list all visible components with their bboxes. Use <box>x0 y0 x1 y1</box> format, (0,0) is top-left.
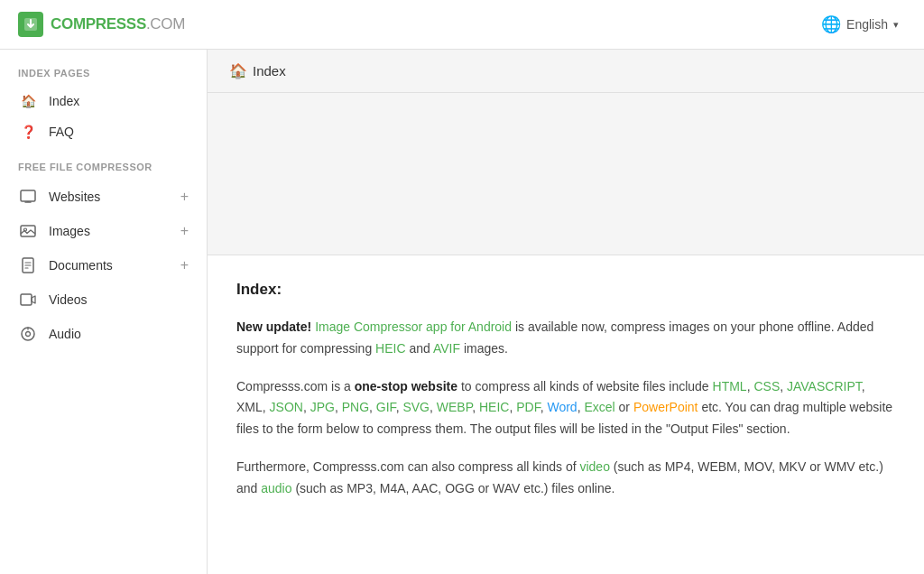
sidebar-section-tools-label: FREE FILE COMPRESSOR <box>0 162 207 180</box>
json-link[interactable]: JSON <box>270 400 303 414</box>
gif-link[interactable]: GIF <box>376 400 396 414</box>
sidebar-item-faq[interactable]: ❓ FAQ <box>0 116 207 147</box>
images-icon <box>18 222 38 240</box>
content-title: Index: <box>236 281 895 299</box>
content-area: Index: New update! Image Compressor app … <box>208 255 924 574</box>
drop-zone[interactable] <box>208 93 924 255</box>
one-stop-label: one-stop website <box>355 379 457 393</box>
svg-point-7 <box>26 332 31 337</box>
js-link[interactable]: JAVASCRIPT <box>787 379 862 393</box>
heic-link[interactable]: HEIC <box>375 341 405 356</box>
sidebar-item-documents[interactable]: Documents + <box>0 248 207 282</box>
expand-icon: + <box>180 223 189 239</box>
heic2-link[interactable]: HEIC <box>479 400 509 414</box>
home-icon: 🏠 <box>18 94 38 108</box>
pdf-link[interactable]: PDF <box>516 400 540 414</box>
svg-rect-5 <box>21 294 32 305</box>
css-link[interactable]: CSS <box>753 379 780 393</box>
excel-link[interactable]: Excel <box>584 400 614 414</box>
sidebar-section-index-label: INDEX PAGES <box>0 68 207 86</box>
content-para-1: New update! Image Compressor app for And… <box>236 317 895 360</box>
main-layout: INDEX PAGES 🏠 Index ❓ FAQ FREE FILE COMP… <box>0 50 924 574</box>
audio-icon <box>18 325 38 343</box>
documents-icon <box>18 256 38 274</box>
sidebar: INDEX PAGES 🏠 Index ❓ FAQ FREE FILE COMP… <box>0 50 208 574</box>
faq-icon: ❓ <box>18 125 38 139</box>
svg-rect-2 <box>21 226 35 236</box>
jpg-link[interactable]: JPG <box>310 400 335 414</box>
videos-icon <box>18 291 38 309</box>
content-para-2: Compresss.com is a one-stop website to c… <box>236 376 895 440</box>
svg-rect-1 <box>21 190 35 201</box>
logo-text: COMPRESSS.COM <box>51 15 185 33</box>
expand-icon: + <box>180 189 189 205</box>
expand-icon: + <box>180 257 189 273</box>
content-para-3: Furthermore, Compresss.com can also comp… <box>236 457 895 500</box>
right-panel: 🏠 Index Index: New update! Image Compres… <box>208 50 924 574</box>
sidebar-item-label: Index <box>49 94 79 108</box>
language-label: English <box>846 17 888 32</box>
sidebar-item-label: Audio <box>49 327 81 341</box>
sidebar-item-label: Videos <box>49 292 88 307</box>
android-app-link[interactable]: Image Compressor app for Android <box>315 319 512 334</box>
ppt-link[interactable]: PowerPoint <box>633 400 698 414</box>
breadcrumb: 🏠 Index <box>229 62 286 79</box>
logo: COMPRESSS.COM <box>18 12 185 37</box>
language-icon: 🌐 <box>821 14 841 34</box>
png-link[interactable]: PNG <box>342 400 369 414</box>
chevron-down-icon: ▾ <box>893 19 899 31</box>
websites-icon <box>18 188 38 206</box>
sidebar-item-label: Images <box>49 224 90 238</box>
sidebar-item-label: Documents <box>49 258 113 273</box>
logo-icon <box>18 12 43 37</box>
sidebar-item-index[interactable]: 🏠 Index <box>0 86 207 116</box>
breadcrumb-text: Index <box>253 63 286 79</box>
sidebar-item-videos[interactable]: Videos <box>0 282 207 317</box>
sidebar-item-images[interactable]: Images + <box>0 214 207 248</box>
avif-link[interactable]: AVIF <box>433 341 460 356</box>
svg-link[interactable]: SVG <box>402 400 430 414</box>
audio-link[interactable]: audio <box>261 481 291 495</box>
webp-link[interactable]: WEBP <box>437 400 472 414</box>
language-button[interactable]: 🌐 English ▾ <box>814 11 906 38</box>
top-header: COMPRESSS.COM 🌐 English ▾ <box>0 0 924 50</box>
video-link[interactable]: video <box>579 459 609 474</box>
sidebar-item-label: FAQ <box>49 125 74 139</box>
sidebar-item-websites[interactable]: Websites + <box>0 180 207 214</box>
breadcrumb-home-icon: 🏠 <box>229 62 247 79</box>
sidebar-item-audio[interactable]: Audio <box>0 317 207 351</box>
new-update-label: New update! <box>236 319 311 334</box>
html-link[interactable]: HTML <box>713 379 747 393</box>
sidebar-item-label: Websites <box>49 190 100 204</box>
word-link[interactable]: Word <box>547 400 577 414</box>
subheader: 🏠 Index <box>208 50 924 93</box>
